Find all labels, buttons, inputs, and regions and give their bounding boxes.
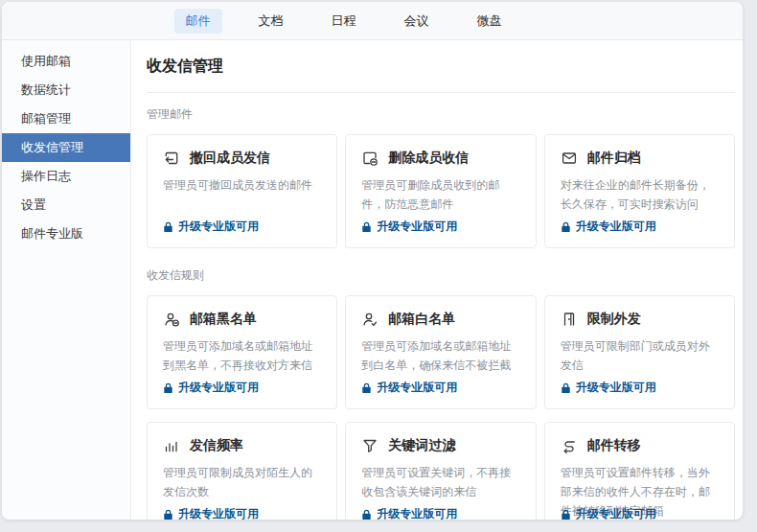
card-title: 限制外发 [587,311,641,328]
upgrade-pro-label: 升级专业版可用 [377,380,457,396]
card-description: 对来往企业的邮件长期备份，长久保存，可实时搜索访问 [561,175,719,214]
tab-schedule[interactable]: 日程 [320,9,368,34]
card-title: 邮箱黑名单 [190,311,257,328]
lock-icon [561,221,571,233]
upgrade-pro-link[interactable]: 升级专业版可用 [163,380,259,396]
section-label-manage-mail: 管理邮件 [147,106,735,123]
card-title: 邮箱白名单 [388,311,455,328]
sidebar-item-operation-log[interactable]: 操作日志 [2,162,130,191]
card-description: 管理员可撤回成员发送的邮件 [163,175,321,195]
mail-archive-icon [561,150,578,167]
card-description: 管理员可限制成员对陌生人的发信次数 [163,463,321,501]
card-title: 撤回成员发信 [190,150,270,167]
upgrade-pro-label: 升级专业版可用 [377,506,457,520]
page-title: 收发信管理 [147,40,735,92]
card-delete-member-mail[interactable]: 删除成员收信 管理员可删除成员收到的邮件，防范恶意邮件 升级专业版可用 [345,134,536,248]
main-content: 收发信管理 管理邮件 撤回成员发信 管理员可撤回成员 [131,40,743,520]
tab-docs[interactable]: 文档 [247,9,295,34]
lock-icon [163,382,173,394]
sidebar-item-send-receive-management[interactable]: 收发信管理 [2,133,130,162]
card-title: 邮件归档 [587,150,641,167]
recall-mail-icon [163,150,180,167]
user-check-icon [361,311,378,328]
upgrade-pro-label: 升级专业版可用 [576,380,656,396]
upgrade-pro-link[interactable]: 升级专业版可用 [561,380,656,396]
card-mail-archive[interactable]: 邮件归档 对来往企业的邮件长期备份，长久保存，可实时搜索访问 升级专业版可用 [544,134,735,248]
title-divider [147,92,735,93]
card-title: 邮件转移 [587,437,641,454]
upgrade-pro-label: 升级专业版可用 [178,380,259,396]
filter-icon [361,437,378,454]
tab-drive[interactable]: 微盘 [466,9,514,34]
top-nav: 邮件 文档 日程 会议 微盘 [2,2,743,40]
card-description: 管理员可添加域名或邮箱地址到白名单，确保来信不被拦截 [361,336,519,375]
lock-icon [163,221,173,233]
sidebar-item-use-mailbox[interactable]: 使用邮箱 [2,47,130,76]
user-minus-icon [163,311,180,328]
card-description: 管理员可设置关键词，不再接收包含该关键词的来信 [361,463,519,501]
tab-meeting[interactable]: 会议 [393,9,441,34]
upgrade-pro-link[interactable]: 升级专业版可用 [361,506,457,520]
app-window: 邮件 文档 日程 会议 微盘 使用邮箱 数据统计 邮箱管理 收发信管理 操作日志… [2,2,743,520]
card-mail-blacklist[interactable]: 邮箱黑名单 管理员可添加域名或邮箱地址到黑名单，不再接收对方来信 升级专业版可用 [147,295,337,409]
door-icon [561,311,578,328]
bar-chart-icon [163,437,180,454]
upgrade-pro-link[interactable]: 升级专业版可用 [561,506,656,520]
top-nav-tabs: 邮件 文档 日程 会议 微盘 [174,9,514,34]
section-label-send-receive-rules: 收发信规则 [147,267,735,284]
sidebar-item-settings[interactable]: 设置 [2,191,130,220]
sidebar: 使用邮箱 数据统计 邮箱管理 收发信管理 操作日志 设置 邮件专业版 [2,40,131,520]
sidebar-item-mailbox-management[interactable]: 邮箱管理 [2,104,130,133]
upgrade-pro-label: 升级专业版可用 [576,506,656,520]
lock-icon [361,221,372,233]
manage-mail-card-grid: 撤回成员发信 管理员可撤回成员发送的邮件 升级专业版可用 [147,134,735,248]
upgrade-pro-link[interactable]: 升级专业版可用 [163,506,259,520]
upgrade-pro-label: 升级专业版可用 [377,219,457,235]
card-description: 管理员可添加域名或邮箱地址到黑名单，不再接收对方来信 [163,336,321,375]
sidebar-item-mail-pro[interactable]: 邮件专业版 [2,220,130,248]
upgrade-pro-link[interactable]: 升级专业版可用 [163,219,259,235]
delete-mail-icon [361,150,378,167]
card-description: 管理员可限制部门或成员对外发信 [561,336,719,375]
upgrade-pro-link[interactable]: 升级专业版可用 [361,219,457,235]
upgrade-pro-link[interactable]: 升级专业版可用 [361,380,457,396]
lock-icon [163,509,173,520]
lock-icon [361,509,372,520]
lock-icon [361,382,372,394]
rules-card-grid: 邮箱黑名单 管理员可添加域名或邮箱地址到黑名单，不再接收对方来信 升级专业版可用 [147,295,735,520]
card-keyword-filter[interactable]: 关键词过滤 管理员可设置关键词，不再接收包含该关键词的来信 升级专业版可用 [345,422,536,520]
upgrade-pro-label: 升级专业版可用 [576,219,656,235]
card-send-frequency[interactable]: 发信频率 管理员可限制成员对陌生人的发信次数 升级专业版可用 [147,422,337,520]
card-mail-whitelist[interactable]: 邮箱白名单 管理员可添加域名或邮箱地址到白名单，确保来信不被拦截 升级专业版可用 [345,295,536,409]
card-description: 管理员可删除成员收到的邮件，防范恶意邮件 [361,175,519,214]
card-recall-member-mail[interactable]: 撤回成员发信 管理员可撤回成员发送的邮件 升级专业版可用 [147,134,337,248]
upgrade-pro-label: 升级专业版可用 [178,219,259,235]
card-mail-transfer[interactable]: 邮件转移 管理员可设置邮件转移，当外部来信的收件人不存在时，邮件被转移到特定邮箱… [544,422,735,520]
transfer-icon [561,437,578,454]
card-title: 发信频率 [190,437,243,454]
upgrade-pro-label: 升级专业版可用 [178,506,259,520]
card-title: 关键词过滤 [388,437,455,454]
card-title: 删除成员收信 [388,150,469,167]
tab-mail[interactable]: 邮件 [174,9,222,34]
card-restrict-outgoing[interactable]: 限制外发 管理员可限制部门或成员对外发信 升级专业版可用 [544,295,735,409]
lock-icon [561,509,571,520]
lock-icon [561,382,571,394]
sidebar-item-statistics[interactable]: 数据统计 [2,76,130,104]
upgrade-pro-link[interactable]: 升级专业版可用 [561,219,656,235]
